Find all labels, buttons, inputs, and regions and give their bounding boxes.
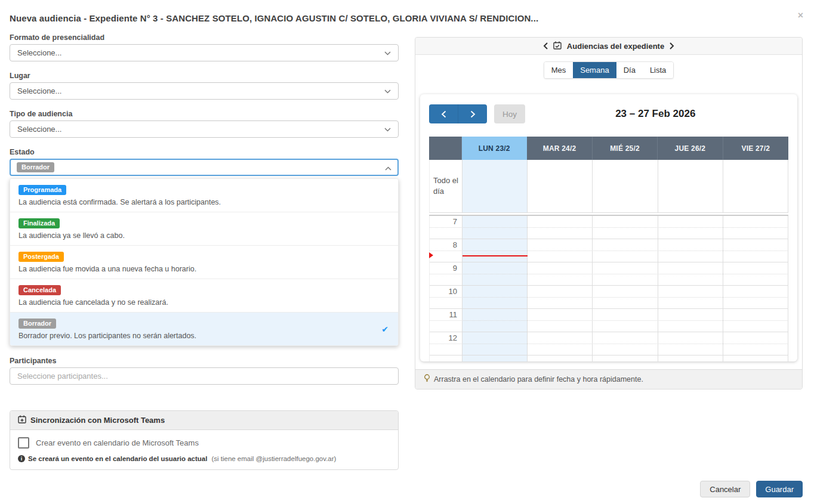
time-cell[interactable] (658, 332, 723, 355)
time-cell[interactable] (658, 239, 723, 262)
day-header-lun: LUN 23/2 (462, 137, 527, 160)
status-badge: Cancelada (18, 285, 61, 295)
day-header-jue: JUE 26/2 (658, 137, 723, 160)
time-cell[interactable] (462, 309, 528, 332)
now-indicator-arrow-icon (429, 252, 436, 258)
calendar-nav-group (429, 104, 487, 123)
panel-title: Audiencias del expediente (567, 42, 664, 51)
estado-select[interactable]: Borrador (10, 159, 399, 176)
next-week-button[interactable] (458, 104, 487, 123)
participantes-label: Participantes (10, 357, 399, 365)
cancel-button[interactable]: Cancelar (700, 481, 750, 497)
info-circle-icon: i (18, 455, 25, 462)
time-cell[interactable] (528, 309, 593, 332)
time-cell[interactable] (462, 239, 528, 262)
hour-label: 11 (449, 310, 458, 319)
chevron-down-icon (384, 125, 391, 134)
calendar-hint: Arrastra en el calendario para definir f… (415, 369, 802, 389)
day-header-mar: MAR 24/2 (527, 137, 592, 160)
estado-option-cancelada[interactable]: Cancelada La audiencia fue cancelada y n… (10, 279, 398, 313)
modal-footer-actions: Cancelar Guardar (700, 481, 803, 497)
time-cell[interactable] (658, 286, 723, 308)
lugar-select[interactable]: Seleccione... (10, 82, 399, 100)
teams-event-checkbox[interactable] (18, 437, 29, 449)
time-cell[interactable] (723, 332, 788, 355)
all-day-cell-mie[interactable] (593, 160, 658, 212)
calendar-card: Hoy 23 – 27 Feb 2026 LUN 23/2 MAR 24/2 M… (420, 94, 797, 361)
all-day-cell-jue[interactable] (658, 160, 723, 212)
teams-info-row: i Se creará un evento en el calendario d… (18, 455, 390, 462)
tab-lista[interactable]: Lista (643, 62, 673, 78)
formato-select[interactable]: Seleccione... (10, 44, 399, 61)
estado-option-postergada[interactable]: Postergada La audiencia fue movida a una… (10, 246, 398, 279)
time-cell[interactable] (658, 216, 723, 239)
time-cell[interactable] (462, 216, 528, 239)
time-cell[interactable] (462, 355, 528, 361)
calendar-plus-icon (18, 415, 26, 425)
participantes-input[interactable] (10, 367, 399, 385)
time-cell[interactable] (593, 262, 658, 285)
hour-row-9: 9 (430, 262, 788, 286)
all-day-label: Todo el día (430, 160, 462, 212)
time-cell[interactable] (593, 216, 658, 239)
hour-label: 10 (449, 287, 457, 296)
time-cell[interactable] (528, 239, 593, 262)
tipo-select-value: Seleccione... (17, 125, 61, 134)
corner-cell (429, 137, 462, 160)
time-cell[interactable] (593, 309, 658, 332)
lightbulb-icon (424, 374, 430, 384)
tab-dia[interactable]: Día (616, 62, 643, 78)
close-icon[interactable]: × (798, 11, 803, 20)
time-cell[interactable] (593, 332, 658, 355)
estado-option-borrador[interactable]: Borrador Borrador previo. Los participan… (10, 313, 398, 345)
time-cell[interactable] (723, 309, 788, 332)
field-formato: Formato de presencialidad Seleccione... (10, 33, 399, 61)
lugar-select-value: Seleccione... (17, 86, 61, 95)
time-cell[interactable] (462, 262, 528, 285)
today-button[interactable]: Hoy (494, 104, 525, 123)
time-cell[interactable] (723, 216, 788, 239)
save-button[interactable]: Guardar (756, 481, 803, 497)
tab-semana[interactable]: Semana (573, 62, 616, 78)
time-cell[interactable] (528, 262, 593, 285)
hour-axis: 8 (430, 239, 462, 262)
all-day-cell-lun[interactable] (462, 160, 528, 212)
time-cell[interactable] (528, 355, 593, 361)
all-day-cell-vie[interactable] (723, 160, 788, 212)
time-cell[interactable] (593, 286, 658, 308)
estado-option-finalizada[interactable]: Finalizada La audiencia ya se llevó a ca… (10, 212, 398, 246)
panel-chevron-right-icon[interactable] (670, 42, 674, 50)
prev-week-button[interactable] (429, 104, 458, 123)
tab-mes[interactable]: Mes (544, 62, 574, 78)
view-switcher-row: Mes Semana Día Lista (415, 61, 802, 79)
time-cell[interactable] (462, 286, 528, 308)
time-cell[interactable] (528, 216, 593, 239)
hour-row-10: 10 (430, 286, 788, 309)
time-cell[interactable] (658, 262, 723, 285)
time-cell[interactable] (658, 309, 723, 332)
estado-label: Estado (10, 148, 399, 156)
option-description: La audiencia ya se llevó a cabo. (18, 231, 390, 240)
time-cell[interactable] (723, 355, 788, 361)
time-cell[interactable] (593, 239, 658, 262)
all-day-row: Todo el día (429, 160, 788, 213)
time-cell[interactable] (528, 286, 593, 308)
all-day-cell-mar[interactable] (528, 160, 593, 212)
estado-selected-badge: Borrador (17, 162, 54, 172)
day-header-vie: VIE 27/2 (723, 137, 788, 160)
panel-chevron-left-icon[interactable] (543, 42, 548, 50)
hour-row-partial (430, 355, 788, 361)
time-cell[interactable] (723, 239, 788, 262)
tipo-label: Tipo de audiencia (10, 110, 399, 118)
time-cell[interactable] (658, 355, 723, 361)
time-cell[interactable] (593, 355, 658, 361)
time-cell[interactable] (723, 286, 788, 308)
hour-axis: 9 (430, 262, 462, 285)
time-cell[interactable] (723, 262, 788, 285)
hour-label: 7 (453, 217, 457, 226)
time-cell[interactable] (528, 332, 593, 355)
estado-option-programada[interactable]: Programada La audiencia está confirmada.… (10, 179, 398, 212)
calendar-hint-text: Arrastra en el calendario para definir f… (434, 375, 643, 384)
time-cell[interactable] (462, 332, 528, 355)
tipo-select[interactable]: Seleccione... (10, 120, 399, 138)
